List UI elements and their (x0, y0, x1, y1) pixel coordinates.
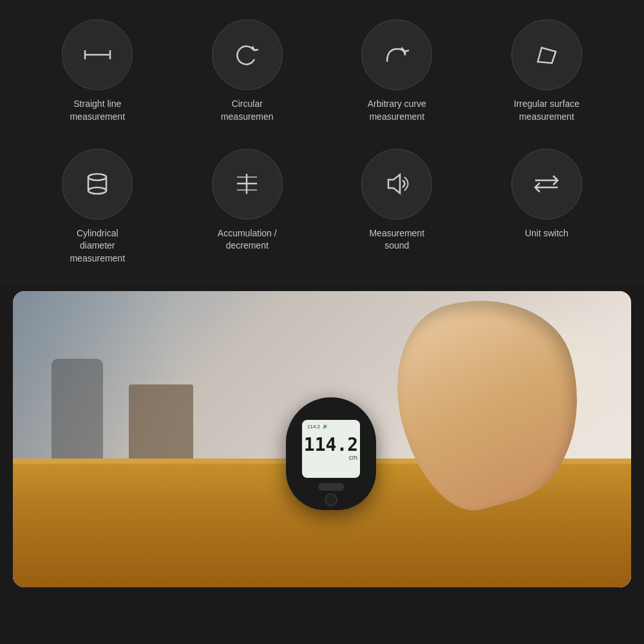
sound-icon (379, 166, 415, 202)
feature-cylindrical: Cylindricaldiametermeasurement (62, 149, 133, 265)
page-container: Straight linemeasurement Circularmeasure… (0, 0, 644, 587)
svg-point-4 (88, 174, 106, 180)
feature-arbitrary-curve: Arbitrary curvemeasurement (361, 19, 432, 136)
sound-indicator: 🔊 (323, 424, 328, 430)
unit-switch-icon (529, 166, 564, 202)
measurement-device: 114.2 🔊 114.2 cm (286, 397, 376, 510)
feature-unit-switch: Unit switch (511, 149, 582, 265)
arbitrary-curve-icon (379, 37, 415, 73)
cylindrical-label: Cylindricaldiametermeasurement (70, 227, 125, 265)
straight-line-icon (80, 37, 115, 73)
device-button[interactable] (318, 483, 344, 491)
feature-circular: Circularmeasuremen (212, 19, 283, 136)
irregular-surface-label: Irregular surfacemeasurement (514, 98, 580, 123)
circular-icon-circle (212, 19, 283, 90)
sound-label: Measurementsound (369, 227, 424, 252)
background-box (129, 384, 193, 462)
unit-switch-label: Unit switch (525, 227, 569, 240)
background-vase (52, 359, 103, 462)
irregular-surface-icon-circle (511, 19, 582, 90)
feature-accumulation: Accumulation /decrement (212, 149, 283, 265)
screen-small-reading: 114.2 (307, 424, 320, 430)
icon-row-1: Straight linemeasurement Circularmeasure… (26, 19, 618, 136)
screen-main-display: 114.2 (304, 436, 358, 454)
feature-sound: Measurementsound (361, 149, 432, 265)
accumulation-icon (229, 166, 265, 202)
cylindrical-icon (80, 166, 115, 202)
svg-point-7 (88, 187, 106, 194)
irregular-surface-icon (529, 37, 564, 73)
device-sensor (325, 493, 337, 506)
feature-irregular-surface: Irregular surfacemeasurement (511, 19, 582, 136)
arbitrary-curve-icon-circle (361, 19, 432, 90)
sound-icon-circle (361, 149, 432, 220)
straight-line-icon-circle (62, 19, 133, 90)
straight-line-label: Straight linemeasurement (70, 98, 125, 123)
feature-straight-line: Straight linemeasurement (62, 19, 133, 136)
accumulation-label: Accumulation /decrement (218, 227, 277, 252)
screen-unit: cm (349, 454, 357, 461)
cylindrical-icon-circle (62, 149, 133, 220)
device-screen: 114.2 🔊 114.2 cm (302, 420, 360, 478)
icon-row-2: Cylindricaldiametermeasurement Accumulat… (26, 149, 618, 265)
svg-marker-3 (538, 48, 556, 63)
product-photo: 114.2 🔊 114.2 cm (13, 291, 631, 587)
circular-icon (229, 37, 265, 73)
photo-background: 114.2 🔊 114.2 cm (13, 291, 631, 587)
device-body: 114.2 🔊 114.2 cm (286, 397, 376, 510)
accumulation-icon-circle (212, 149, 283, 220)
screen-top-indicators: 114.2 🔊 (307, 424, 328, 430)
circular-label: Circularmeasuremen (221, 98, 274, 123)
svg-marker-12 (388, 175, 400, 193)
features-section: Straight linemeasurement Circularmeasure… (0, 0, 644, 285)
arbitrary-curve-label: Arbitrary curvemeasurement (368, 98, 426, 123)
unit-switch-icon-circle (511, 149, 582, 220)
